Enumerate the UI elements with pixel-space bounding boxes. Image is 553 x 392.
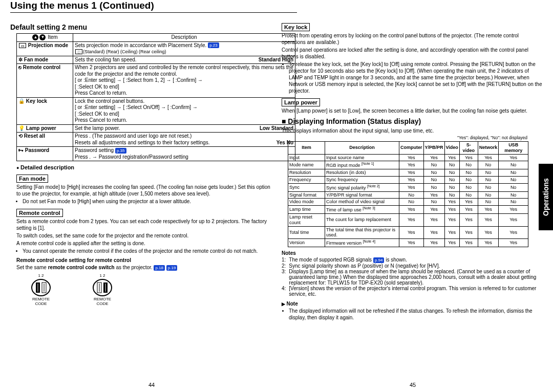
keylock-bullet: To release the key lock, set the [Key lo… bbox=[289, 61, 543, 94]
status-col: USB memory bbox=[499, 142, 528, 155]
settings-table: ▲▼ Item Description ▭ Projection mode Se… bbox=[16, 33, 295, 161]
table-row: ResolutionResolution (in dots)YesNoNoNoN… bbox=[288, 169, 528, 177]
bulb-icon: 💡 bbox=[18, 125, 25, 131]
detailed-head: Detailed description bbox=[16, 164, 271, 170]
right-page: Key lock Protect from operating errors b… bbox=[282, 20, 543, 322]
table-row: Video modeColor method of video signalNo… bbox=[288, 199, 528, 206]
keylock-head: Key lock bbox=[282, 23, 310, 31]
lock-icon: 🔒 bbox=[18, 98, 25, 104]
down-icon: ▼ bbox=[39, 34, 46, 40]
keylock-p2: Control panel operations are locked afte… bbox=[282, 47, 543, 60]
pw-icon: 🗝 bbox=[18, 147, 24, 153]
menu-title: Default setting 2 menu bbox=[10, 23, 271, 31]
note4: [Version] shows the version of the proje… bbox=[289, 286, 543, 297]
page-ref-icon: p.19 bbox=[166, 265, 178, 271]
side-tab: Operations bbox=[539, 164, 553, 230]
note-num: 3: bbox=[282, 269, 286, 286]
col-item: ▲▼ Item bbox=[17, 34, 73, 42]
rc-code-head: Remote control code setting for remote c… bbox=[16, 257, 271, 263]
col-desc: Description bbox=[73, 34, 295, 42]
page-number-left: 44 bbox=[148, 382, 155, 388]
remote-head: Remote control bbox=[16, 209, 63, 217]
status-title: Displaying Information (Status display) bbox=[282, 117, 543, 125]
lamp-p1: When [Lamp power] is set to [Low], the s… bbox=[282, 107, 543, 114]
status-intro: This displays information about the inpu… bbox=[282, 127, 543, 134]
status-col: Description bbox=[325, 142, 399, 155]
table-row: SyncSync signal polarity [Note 2]YesNoNo… bbox=[288, 183, 528, 191]
note-num: 4: bbox=[282, 286, 286, 297]
table-row: Lamp reset countThe count for lamp repla… bbox=[288, 213, 528, 226]
note-num: 2: bbox=[282, 263, 286, 269]
reset-icon: ⟲ bbox=[18, 133, 23, 139]
table-row: FrequencySync frequencyYesNoNoNoNoNo bbox=[288, 176, 528, 183]
switch-icon bbox=[31, 278, 51, 297]
fan-mode-text: Setting [Fan mode] to [High] increases t… bbox=[16, 184, 271, 197]
std-icon: ⎕ bbox=[75, 49, 82, 54]
table-row: Total timeThe total time that this proje… bbox=[288, 226, 528, 239]
page-number-right: 45 bbox=[410, 382, 416, 388]
table-row: Mode nameRGB input mode [Note 1]YesNoNoN… bbox=[288, 161, 528, 169]
fan-icon: ✲ bbox=[18, 57, 23, 62]
page-title: Using the menus 1 (Continued) bbox=[10, 0, 297, 13]
remote-icon: ⎋ bbox=[18, 64, 22, 70]
rc-bullet: You cannot operate the remote control if… bbox=[23, 248, 271, 254]
table-row: VersionFirmware version [Note 4]YesYesYe… bbox=[288, 239, 528, 247]
status-col: Computer bbox=[399, 142, 424, 155]
status-col: Y/PB/PR bbox=[423, 142, 444, 155]
status-table: ItemDescriptionComputerY/PB/PRVideoS-vid… bbox=[288, 141, 528, 247]
notes-head: Notes bbox=[282, 250, 543, 256]
note1: The mode of supported RGB signals p.94 i… bbox=[289, 257, 407, 263]
table-row: InputInput source nameYesYesYesYesYesYes bbox=[288, 154, 528, 161]
page-ref-icon: p.35 bbox=[115, 148, 126, 154]
proj-icon: ▭ bbox=[19, 43, 26, 48]
page-ref-icon: p.94 bbox=[373, 257, 385, 263]
page-ref-icon: p.23 bbox=[208, 42, 219, 48]
up-icon: ▲ bbox=[32, 34, 38, 40]
fan-bullet: Do not set Fan mode to [High] when using… bbox=[23, 198, 271, 205]
svg-point-0 bbox=[32, 279, 50, 296]
page-ref-icon: p.18 bbox=[154, 265, 165, 271]
status-col: Video bbox=[444, 142, 459, 155]
note3: Displays [Lamp time] as a measure of whe… bbox=[289, 269, 543, 286]
note2: Sync signal polarity shown as P (positiv… bbox=[289, 263, 440, 269]
rc-text: Sets a remote control code from 2 types.… bbox=[16, 218, 271, 231]
svg-point-5 bbox=[93, 279, 112, 296]
left-page: Default setting 2 menu ▲▼ Item Descripti… bbox=[10, 20, 271, 322]
status-legend: "Yes": displayed, "No": not displayed bbox=[282, 135, 527, 140]
status-col: Network bbox=[478, 142, 499, 155]
switch-diagram: 1 2 REMOTE CODE 1 2 REMOTE CODE bbox=[31, 274, 271, 306]
note-box-bullet: The displayed information will not be re… bbox=[289, 308, 543, 321]
rc-text3: A remote control code is applied after t… bbox=[16, 240, 271, 247]
keylock-p1: Protect from operating errors by locking… bbox=[282, 32, 543, 46]
fan-mode-head: Fan mode bbox=[16, 175, 48, 183]
note-num: 1: bbox=[282, 257, 286, 263]
switch-icon bbox=[92, 278, 113, 297]
rc-text2: To switch codes, set the same code for t… bbox=[16, 232, 271, 239]
table-row: Lamp timeTime of lamp use [Note 3]YesYes… bbox=[288, 206, 528, 214]
table-row: Signal formatY/PB/PR signal formatNoYesN… bbox=[288, 191, 528, 199]
rc-code-text: Set the same remote control code switch … bbox=[16, 264, 271, 271]
status-col: S-video bbox=[459, 142, 478, 155]
note-box-head: Note bbox=[282, 301, 543, 307]
status-col: Item bbox=[288, 142, 325, 155]
lamp-head: Lamp power bbox=[282, 98, 320, 106]
